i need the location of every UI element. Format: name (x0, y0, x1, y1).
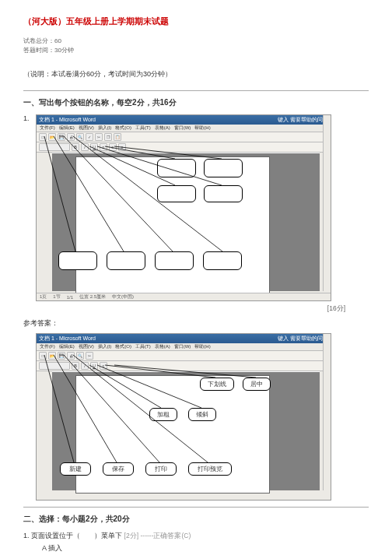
m2-window: 窗口(W) (174, 343, 191, 350)
save-icon: 💾 (58, 133, 65, 141)
word-titlebar: 文档 1 - Microsoft Word 键入 需要帮助的问题 (37, 115, 331, 125)
m2-edit: 编辑(E) (59, 343, 75, 350)
preview-icon: 🔍 (76, 133, 84, 141)
open-icon: 📂 (48, 133, 56, 141)
q2-1-num: 1. (23, 532, 30, 539)
word-screenshot-blank: 文档 1 - Microsoft Word 键入 需要帮助的问题 文件(F) 编… (36, 114, 331, 301)
ans-new: 新建 (60, 462, 91, 476)
menu-file: 文件(F) (40, 125, 55, 132)
italic-icon: I (81, 143, 89, 151)
underline-icon-2: U (90, 362, 98, 370)
m2-file: 文件(F) (40, 343, 55, 350)
ans-underline: 下划线 (200, 378, 234, 391)
exam-meta: 试卷总分：60 答题时间：30分钟 (23, 37, 369, 55)
answer-title: 参考答案： (23, 318, 369, 328)
word-taskpane (323, 115, 331, 291)
word-format-toolbar: B I U ≡ ≡ ≡ (37, 142, 331, 153)
status-lang: 中文(中国) (112, 293, 134, 300)
status-pages: 1/1 (67, 295, 73, 300)
menu-table: 表格(A) (155, 125, 170, 132)
menu-format: 格式(O) (115, 125, 131, 132)
blank-label-1 (157, 159, 196, 177)
blank-label-6 (107, 251, 145, 270)
word-taskpane-2 (323, 334, 331, 490)
m2-help: 帮助(H) (194, 343, 210, 350)
print-icon-2: 🖨 (67, 352, 75, 360)
q1-score: [16分] (23, 304, 369, 314)
status-page: 1页 (40, 293, 47, 300)
total-score: 试卷总分：60 (23, 37, 369, 46)
m2-view: 视图(V) (79, 343, 94, 350)
new-icon: □ (39, 133, 47, 141)
status-section: 1节 (53, 293, 60, 300)
word-screenshot-answer: 文档 1 - Microsoft Word 键入 需要帮助的问题 文件(F) 编… (36, 333, 331, 501)
menu-tools: 工具(T) (135, 125, 151, 132)
underline-icon: U (90, 143, 98, 151)
word-format-toolbar-2: B I U ≡ (37, 361, 331, 371)
q2-1-options: A 插入 B 编辑 C 文件 D 格式 (42, 543, 369, 555)
menu-edit: 编辑(E) (59, 125, 75, 132)
blank-label-5 (58, 251, 97, 270)
time-limit: 答题时间：30分钟 (23, 46, 369, 55)
menu-insert: 插入(I) (98, 125, 112, 132)
q1-number: 1. (23, 114, 31, 122)
q2-1-text: 页面设置位于（ ）菜单下 (31, 532, 122, 539)
q2-1-pts: [2分] (124, 532, 138, 539)
menu-help: 帮助(H) (194, 125, 210, 132)
font-select (39, 143, 70, 151)
word-menubar-2: 文件(F) 编辑(E) 视图(V) 插入(I) 格式(O) 工具(T) 表格(A… (37, 343, 331, 351)
menu-window: 窗口(W) (174, 125, 191, 132)
bold-icon-2: B (72, 362, 79, 370)
menu-view: 视图(V) (79, 125, 94, 132)
save-icon-2: 💾 (58, 352, 65, 360)
align-left-icon: ≡ (100, 143, 107, 151)
italic-icon-2: I (81, 362, 89, 370)
q2-1-answer: ------正确答案(C) (141, 532, 191, 539)
align-right-icon: ≡ (118, 143, 126, 151)
preview-icon-2: 🔍 (76, 352, 84, 360)
word-standard-toolbar: □ 📂 💾 🖨 🔍 ✓ ✂ ❐ 📋 (37, 132, 331, 142)
word-title: 文档 1 - Microsoft Word (39, 116, 96, 124)
font-select-2 (39, 362, 70, 370)
ans-italic: 倾斜 (188, 408, 216, 421)
m2-tools: 工具(T) (135, 343, 151, 350)
blank-label-3 (157, 185, 196, 202)
m2-insert: 插入(I) (98, 343, 112, 350)
blank-label-4 (204, 185, 243, 202)
spell-icon: ✓ (86, 133, 93, 141)
word-help-hint: 键入 需要帮助的问题 (278, 116, 328, 124)
open-icon-2: 📂 (48, 352, 56, 360)
m2-format: 格式(O) (115, 343, 131, 350)
copy-icon: ❐ (104, 133, 112, 141)
word-title-2: 文档 1 - Microsoft Word (39, 335, 96, 342)
word-menubar: 文件(F) 编辑(E) 视图(V) 插入(I) 格式(O) 工具(T) 表格(A… (37, 125, 331, 132)
paste-icon: 📋 (114, 133, 121, 141)
blank-label-7 (155, 251, 194, 270)
align-center-icon: ≡ (109, 143, 117, 151)
bold-icon: B (72, 143, 79, 151)
section-1-title: 一、写出每个按钮的名称，每空2分，共16分 (23, 90, 369, 108)
word-help-hint-2: 键入 需要帮助的问题 (278, 335, 328, 342)
word-page-2 (75, 375, 270, 494)
section-2-title: 二、选择：每小题2分，共20分 (23, 507, 369, 525)
ans-center: 居中 (243, 378, 271, 391)
cut-icon-2: ✂ (86, 352, 93, 360)
print-icon: 🖨 (67, 133, 75, 141)
word-titlebar-2: 文档 1 - Microsoft Word 键入 需要帮助的问题 (37, 334, 331, 343)
new-icon-2: □ (39, 352, 47, 360)
word-statusbar: 1页 1节 1/1 位置 2.5厘米 中文(中国) (37, 293, 331, 300)
m2-table: 表格(A) (155, 343, 170, 350)
ans-bold: 加粗 (149, 408, 177, 421)
q2-1-stem: 1. 页面设置位于（ ）菜单下 [2分] ------正确答案(C) (23, 531, 369, 541)
ans-print: 打印 (145, 462, 177, 476)
status-pos: 位置 2.5厘米 (79, 293, 106, 300)
center-icon-2: ≡ (100, 362, 107, 370)
word-doc-area-2 (52, 372, 320, 490)
blank-label-8 (203, 251, 242, 270)
cut-icon: ✂ (95, 133, 103, 141)
exam-title: （河大版）五年级上册上学期期末试题 (23, 16, 369, 27)
opt-A: A 插入 (42, 543, 369, 553)
ans-preview: 打印预览 (188, 462, 232, 476)
blank-label-2 (204, 159, 243, 177)
word-standard-toolbar-2: □ 📂 💾 🖨 🔍 ✂ (37, 351, 331, 361)
